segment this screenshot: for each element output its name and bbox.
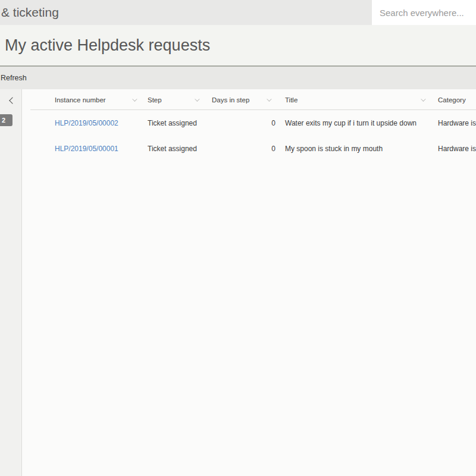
column-header-step[interactable]: Step: [144, 89, 206, 110]
refresh-button[interactable]: Refresh: [1, 74, 27, 82]
title-band: My active Helpdesk requests: [0, 25, 476, 67]
column-header-category[interactable]: Category: [433, 89, 476, 110]
column-label: Category: [438, 96, 466, 104]
search-box: [372, 0, 476, 25]
column-header-days[interactable]: Days in step: [206, 89, 281, 110]
table-row[interactable]: HLP/2019/05/00002Ticket assigned0Water e…: [22, 110, 476, 136]
days-cell: 0: [206, 110, 281, 136]
instance-number-link[interactable]: HLP/2019/05/00001: [55, 145, 118, 153]
instance-number-link[interactable]: HLP/2019/05/00002: [55, 119, 118, 127]
instance-cell: HLP/2019/05/00001: [22, 136, 144, 161]
category-cell: Hardware issue: [433, 110, 476, 136]
category-cell: Hardware issue: [433, 136, 476, 161]
header-underline: [30, 109, 476, 110]
report-card: Instance numberStepDays in stepTitleCate…: [21, 89, 476, 476]
column-label: Title: [285, 96, 298, 104]
column-label: Instance number: [55, 96, 106, 104]
step-cell: Ticket assigned: [144, 110, 206, 136]
side-panel-gutter: 2: [0, 89, 21, 476]
title-cell: Water exits my cup if i turn it upside d…: [281, 110, 433, 136]
app-title: & ticketing: [1, 0, 59, 25]
table-header-row: Instance numberStepDays in stepTitleCate…: [22, 89, 476, 110]
column-label: Days in step: [212, 96, 249, 104]
sort-chevron-down-icon: [421, 96, 425, 101]
sort-chevron-down-icon: [195, 96, 199, 101]
collapse-panel-button[interactable]: [5, 94, 18, 107]
column-header-instance[interactable]: Instance number: [22, 89, 144, 110]
sort-chevron-down-icon: [267, 96, 271, 101]
page-title: My active Helpdesk requests: [5, 25, 210, 65]
column-label: Step: [148, 96, 162, 104]
days-cell: 0: [206, 136, 281, 161]
table-row[interactable]: HLP/2019/05/00001Ticket assigned0My spoo…: [22, 136, 476, 161]
counter-badge: 2: [0, 114, 12, 126]
top-bar: & ticketing: [0, 0, 476, 25]
instance-cell: HLP/2019/05/00002: [22, 110, 144, 136]
report-toolbar: Refresh: [0, 67, 476, 89]
workspace: 2 Instance numberStepDays in stepTitleCa…: [0, 89, 476, 476]
sort-chevron-down-icon: [132, 96, 137, 101]
table-body: HLP/2019/05/00002Ticket assigned0Water e…: [22, 110, 476, 161]
search-input[interactable]: [372, 0, 476, 25]
title-cell: My spoon is stuck in my mouth: [281, 136, 433, 161]
chevron-left-icon: [9, 97, 15, 104]
column-header-title[interactable]: Title: [281, 89, 433, 110]
step-cell: Ticket assigned: [144, 136, 206, 161]
